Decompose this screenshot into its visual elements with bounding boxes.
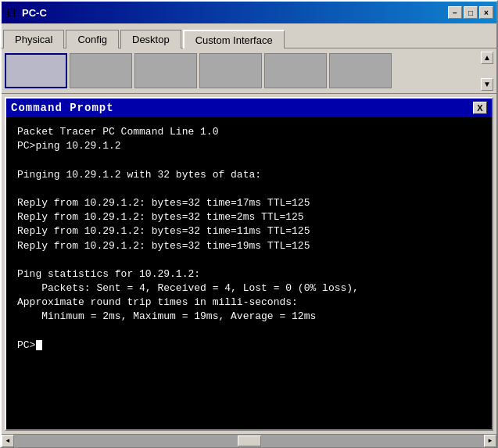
scroll-track	[14, 435, 484, 447]
window-title: PC-C	[22, 7, 47, 19]
title-bar-left: 🖥 PC-C	[5, 6, 47, 19]
thumb-2[interactable]	[70, 53, 132, 88]
cursor	[36, 340, 42, 350]
strip-scroll-up[interactable]: ▲	[481, 52, 493, 64]
main-window: 🖥 PC-C − □ × Physical Config Desktop Cus…	[0, 0, 498, 448]
thumb-1[interactable]	[5, 53, 67, 88]
thumb-4[interactable]	[199, 53, 262, 88]
cmd-title-text: Command Prompt	[11, 102, 114, 114]
thumb-6[interactable]	[329, 53, 392, 88]
command-prompt-window: Command Prompt X Packet Tracer PC Comman…	[5, 97, 493, 431]
scroll-right-button[interactable]: ►	[484, 435, 496, 447]
main-content: Command Prompt X Packet Tracer PC Comman…	[2, 94, 496, 434]
app-icon: 🖥	[5, 6, 17, 19]
strip-scroll-down[interactable]: ▼	[481, 78, 493, 91]
maximize-button[interactable]: □	[464, 6, 478, 19]
strip-vertical-scrollbar: ▲ ▼	[481, 52, 493, 91]
tab-desktop[interactable]: Desktop	[120, 30, 181, 48]
thumb-5[interactable]	[264, 53, 327, 88]
tab-bar: Physical Config Desktop Custom Interface	[2, 23, 496, 48]
title-bar: 🖥 PC-C − □ ×	[2, 2, 496, 23]
thumbnail-strip: ▲ ▼	[2, 48, 496, 94]
thumb-3[interactable]	[134, 53, 197, 88]
cmd-body[interactable]: Packet Tracer PC Command Line 1.0 PC>pin…	[6, 117, 492, 429]
bottom-scrollbar: ◄ ►	[2, 434, 496, 446]
cmd-close-button[interactable]: X	[473, 102, 487, 114]
window-close-button[interactable]: ×	[479, 6, 493, 19]
title-buttons: − □ ×	[448, 6, 493, 19]
tab-config[interactable]: Config	[66, 30, 119, 48]
tab-physical[interactable]: Physical	[3, 30, 64, 48]
cmd-title-bar: Command Prompt X	[6, 99, 492, 117]
thumb-list	[5, 53, 481, 88]
tab-custom-interface[interactable]: Custom Interface	[183, 30, 285, 48]
scroll-thumb[interactable]	[238, 435, 261, 446]
cmd-output: Packet Tracer PC Command Line 1.0 PC>pin…	[17, 125, 481, 353]
minimize-button[interactable]: −	[448, 6, 462, 19]
scroll-left-button[interactable]: ◄	[2, 435, 14, 447]
